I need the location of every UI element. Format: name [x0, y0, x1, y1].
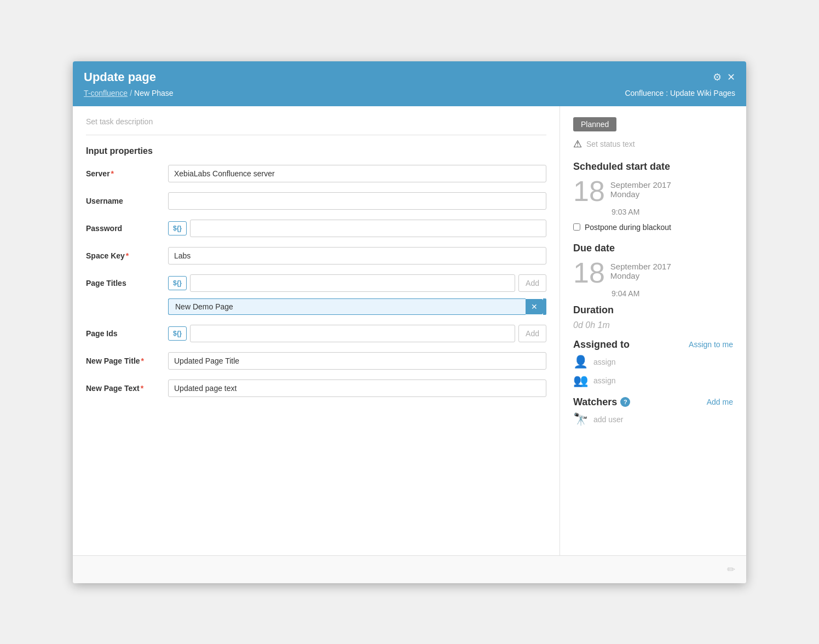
dialog: Update page ⚙ ✕ T-confluence / New Phase…: [73, 61, 746, 583]
postpone-row: Postpone during blackout: [573, 223, 733, 232]
scheduled-start-date: 18 September 2017 Monday: [573, 177, 733, 205]
space-key-label: Space Key*: [86, 247, 168, 260]
assign-row-2: 👥 assign: [573, 373, 733, 388]
new-page-title-label: New Page Title*: [86, 352, 168, 365]
page-ids-add-button[interactable]: Add: [518, 325, 546, 342]
duration-title: Duration: [573, 304, 733, 316]
people-icon: 👥: [573, 373, 588, 388]
divider: [86, 135, 546, 135]
edit-icon: ✏: [727, 564, 735, 576]
page-titles-control: ${} Add New Demo Page ✕: [168, 274, 546, 315]
password-row: Password ${}: [86, 220, 546, 237]
scheduled-start-title: Scheduled start date: [573, 161, 733, 173]
scheduled-start-time: 9:03 AM: [612, 208, 733, 216]
page-titles-input-row: ${} Add: [168, 274, 546, 292]
help-icon[interactable]: ?: [620, 397, 630, 407]
due-date-title: Due date: [573, 243, 733, 254]
new-page-text-row: New Page Text*: [86, 380, 546, 397]
watchers-header: Watchers ? Add me: [573, 396, 733, 408]
close-icon[interactable]: ✕: [727, 71, 735, 83]
postpone-checkbox[interactable]: [573, 223, 580, 231]
header-top: Update page ⚙ ✕: [84, 70, 735, 84]
task-description[interactable]: Set task description: [86, 117, 546, 126]
header-bottom: T-confluence / New Phase Confluence : Up…: [84, 89, 735, 97]
scheduled-start-month-year: September 2017: [610, 180, 671, 189]
watchers-title: Watchers: [573, 396, 617, 408]
page-ids-control: ${} Add: [168, 325, 546, 342]
postpone-label: Postpone during blackout: [585, 223, 671, 232]
page-titles-var-button[interactable]: ${}: [168, 276, 187, 290]
status-text-placeholder[interactable]: Set status text: [586, 140, 635, 148]
due-date-display: 18 September 2017 Monday: [573, 258, 733, 287]
dialog-header: Update page ⚙ ✕ T-confluence / New Phase…: [73, 61, 746, 106]
server-input[interactable]: [168, 165, 546, 182]
space-key-row: Space Key*: [86, 247, 546, 264]
password-label: Password: [86, 220, 168, 233]
username-label: Username: [86, 192, 168, 205]
page-titles-tag: New Demo Page: [168, 298, 526, 315]
page-ids-row: Page Ids ${} Add: [86, 325, 546, 342]
breadcrumb-separator: /: [130, 89, 132, 97]
page-titles-input[interactable]: [190, 274, 515, 292]
space-key-input[interactable]: [168, 247, 546, 264]
breadcrumb-link[interactable]: T-confluence: [84, 89, 128, 97]
dialog-title: Update page: [84, 70, 156, 84]
page-titles-add-button[interactable]: Add: [518, 274, 546, 292]
page-ids-var-button[interactable]: ${}: [168, 326, 187, 341]
dialog-footer: ✏: [73, 555, 746, 583]
assigned-to-header: Assigned to Assign to me: [573, 339, 733, 350]
add-user-text[interactable]: add user: [593, 415, 623, 424]
breadcrumb: T-confluence / New Phase: [84, 89, 174, 97]
scheduled-start-day: 18: [573, 177, 605, 205]
new-page-text-input[interactable]: [168, 380, 546, 397]
page-titles-label: Page Titles: [86, 274, 168, 288]
status-badge[interactable]: Planned: [573, 117, 616, 131]
page-titles-row: Page Titles ${} Add New Demo Page ✕: [86, 274, 546, 315]
input-properties-title: Input properties: [86, 146, 546, 156]
due-date-time: 9:04 AM: [612, 289, 733, 298]
side-panel: Planned ⚠ Set status text Scheduled star…: [560, 106, 746, 555]
scheduled-start-weekday: Monday: [610, 189, 671, 199]
new-page-title-input[interactable]: [168, 352, 546, 370]
new-page-title-row: New Page Title*: [86, 352, 546, 370]
new-page-title-required: *: [141, 357, 144, 365]
assign-text-1[interactable]: assign: [593, 358, 615, 366]
new-page-title-control: [168, 352, 546, 370]
status-text-row: ⚠ Set status text: [573, 138, 733, 150]
assign-row-1: 👤 assign: [573, 355, 733, 369]
header-icons: ⚙ ✕: [713, 71, 735, 83]
server-row: Server*: [86, 165, 546, 182]
server-label: Server*: [86, 165, 168, 178]
warning-icon: ⚠: [573, 138, 582, 150]
space-key-required: *: [126, 251, 129, 260]
assigned-to-title: Assigned to: [573, 339, 630, 350]
page-ids-input[interactable]: [190, 325, 515, 342]
due-date-month-year: September 2017: [610, 262, 671, 271]
page-titles-tag-row: New Demo Page ✕: [168, 298, 546, 315]
watcher-row: 🔭 add user: [573, 412, 733, 427]
username-input[interactable]: [168, 192, 546, 210]
due-date-day: 18: [573, 258, 605, 287]
server-control: [168, 165, 546, 182]
page-ids-label: Page Ids: [86, 325, 168, 338]
add-me-link[interactable]: Add me: [707, 398, 733, 406]
username-control: [168, 192, 546, 210]
new-page-text-label: New Page Text*: [86, 380, 168, 393]
gear-icon[interactable]: ⚙: [713, 71, 722, 83]
space-key-control: [168, 247, 546, 264]
due-date-info: September 2017 Monday: [610, 258, 671, 280]
breadcrumb-current: New Phase: [134, 89, 174, 97]
assign-to-me-link[interactable]: Assign to me: [689, 340, 733, 349]
main-panel: Set task description Input properties Se…: [73, 106, 560, 555]
password-var-button[interactable]: ${}: [168, 221, 187, 235]
binoculars-icon: 🔭: [573, 412, 588, 427]
assign-text-2[interactable]: assign: [593, 376, 615, 385]
watchers-title-wrap: Watchers ?: [573, 396, 630, 408]
password-input[interactable]: [190, 220, 546, 237]
username-row: Username: [86, 192, 546, 210]
scheduled-start-info: September 2017 Monday: [610, 177, 671, 199]
page-titles-tag-remove[interactable]: ✕: [526, 299, 543, 314]
new-page-text-required: *: [141, 384, 143, 393]
dialog-body: Set task description Input properties Se…: [73, 106, 746, 555]
confluence-label: Confluence : Update Wiki Pages: [625, 89, 735, 97]
